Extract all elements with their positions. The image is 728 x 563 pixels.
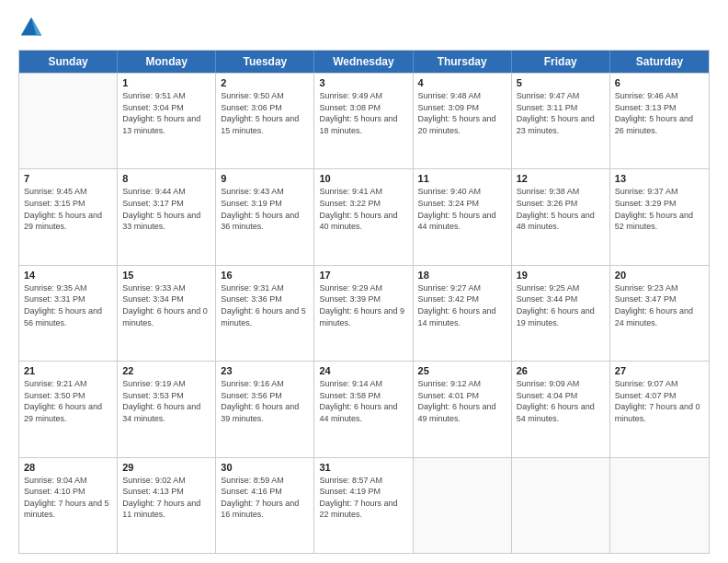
day-info: Sunrise: 9:50 AM Sunset: 3:06 PM Dayligh… [221,90,309,136]
cal-cell: 22 Sunrise: 9:19 AM Sunset: 3:53 PM Dayl… [118,362,216,456]
cal-cell: 26 Sunrise: 9:09 AM Sunset: 4:04 PM Dayl… [512,362,610,456]
cal-week-3: 14 Sunrise: 9:35 AM Sunset: 3:31 PM Dayl… [19,265,709,361]
cal-cell: 29 Sunrise: 9:02 AM Sunset: 4:13 PM Dayl… [118,458,216,553]
day-number: 6 [615,77,704,88]
cal-cell: 1 Sunrise: 9:51 AM Sunset: 3:04 PM Dayli… [118,74,216,168]
cal-cell: 9 Sunrise: 9:43 AM Sunset: 3:19 PM Dayli… [216,169,314,264]
cal-cell: 28 Sunrise: 9:04 AM Sunset: 4:10 PM Dayl… [19,458,118,553]
cal-cell: 8 Sunrise: 9:44 AM Sunset: 3:17 PM Dayli… [118,169,216,264]
calendar: SundayMondayTuesdayWednesdayThursdayFrid… [18,50,710,554]
day-number: 19 [517,270,605,281]
cal-cell: 21 Sunrise: 9:21 AM Sunset: 3:50 PM Dayl… [19,362,118,456]
day-info: Sunrise: 9:31 AM Sunset: 3:36 PM Dayligh… [221,282,309,328]
day-number: 27 [615,365,704,376]
cal-cell: 7 Sunrise: 9:45 AM Sunset: 3:15 PM Dayli… [19,169,118,264]
day-info: Sunrise: 9:51 AM Sunset: 3:04 PM Dayligh… [122,90,210,136]
day-number: 16 [221,270,309,281]
cal-cell: 18 Sunrise: 9:27 AM Sunset: 3:42 PM Dayl… [414,266,512,361]
logo-icon [18,15,44,40]
cal-header-friday: Friday [512,51,610,73]
day-info: Sunrise: 9:46 AM Sunset: 3:13 PM Dayligh… [615,90,704,136]
day-number: 12 [517,173,605,184]
day-number: 2 [221,77,309,88]
cal-cell: 19 Sunrise: 9:25 AM Sunset: 3:44 PM Dayl… [512,266,610,361]
day-number: 14 [24,270,112,281]
day-number: 5 [517,77,605,88]
day-number: 31 [319,462,407,473]
cal-cell: 2 Sunrise: 9:50 AM Sunset: 3:06 PM Dayli… [216,74,314,168]
cal-header-thursday: Thursday [414,51,512,73]
cal-cell: 27 Sunrise: 9:07 AM Sunset: 4:07 PM Dayl… [610,362,709,456]
cal-cell: 25 Sunrise: 9:12 AM Sunset: 4:01 PM Dayl… [414,362,512,456]
day-info: Sunrise: 9:25 AM Sunset: 3:44 PM Dayligh… [517,282,605,328]
day-info: Sunrise: 9:12 AM Sunset: 4:01 PM Dayligh… [418,378,506,424]
day-number: 4 [418,77,506,88]
cal-week-5: 28 Sunrise: 9:04 AM Sunset: 4:10 PM Dayl… [19,457,709,553]
day-number: 26 [517,365,605,376]
day-info: Sunrise: 9:35 AM Sunset: 3:31 PM Dayligh… [24,282,112,328]
cal-header-tuesday: Tuesday [216,51,314,73]
day-info: Sunrise: 9:23 AM Sunset: 3:47 PM Dayligh… [615,282,704,328]
day-number: 21 [24,365,112,376]
cal-cell [512,458,610,553]
day-number: 30 [221,462,309,473]
calendar-header-row: SundayMondayTuesdayWednesdayThursdayFrid… [19,51,709,73]
day-info: Sunrise: 9:27 AM Sunset: 3:42 PM Dayligh… [418,282,506,328]
day-number: 15 [122,270,210,281]
day-number: 20 [615,270,704,281]
day-info: Sunrise: 9:49 AM Sunset: 3:08 PM Dayligh… [319,90,407,136]
day-number: 22 [122,365,210,376]
day-info: Sunrise: 9:21 AM Sunset: 3:50 PM Dayligh… [24,378,112,424]
cal-cell: 16 Sunrise: 9:31 AM Sunset: 3:36 PM Dayl… [216,266,314,361]
day-number: 13 [615,173,704,184]
cal-cell: 30 Sunrise: 8:59 AM Sunset: 4:16 PM Dayl… [216,458,314,553]
cal-header-sunday: Sunday [19,51,118,73]
day-info: Sunrise: 9:04 AM Sunset: 4:10 PM Dayligh… [24,475,112,521]
cal-cell: 15 Sunrise: 9:33 AM Sunset: 3:34 PM Dayl… [118,266,216,361]
day-info: Sunrise: 9:29 AM Sunset: 3:39 PM Dayligh… [319,282,407,328]
day-number: 11 [418,173,506,184]
cal-cell: 23 Sunrise: 9:16 AM Sunset: 3:56 PM Dayl… [216,362,314,456]
day-info: Sunrise: 9:14 AM Sunset: 3:58 PM Dayligh… [319,378,407,424]
cal-cell [19,74,118,168]
day-number: 8 [122,173,210,184]
page: SundayMondayTuesdayWednesdayThursdayFrid… [0,0,728,563]
cal-cell: 31 Sunrise: 8:57 AM Sunset: 4:19 PM Dayl… [314,458,413,553]
day-number: 23 [221,365,309,376]
cal-cell [414,458,512,553]
cal-cell: 4 Sunrise: 9:48 AM Sunset: 3:09 PM Dayli… [414,74,512,168]
day-info: Sunrise: 9:41 AM Sunset: 3:22 PM Dayligh… [319,186,407,232]
day-info: Sunrise: 9:43 AM Sunset: 3:19 PM Dayligh… [221,186,309,232]
logo [18,15,48,40]
day-number: 18 [418,270,506,281]
day-number: 9 [221,173,309,184]
cal-header-monday: Monday [118,51,216,73]
day-info: Sunrise: 8:57 AM Sunset: 4:19 PM Dayligh… [319,475,407,521]
cal-week-4: 21 Sunrise: 9:21 AM Sunset: 3:50 PM Dayl… [19,361,709,456]
day-info: Sunrise: 9:16 AM Sunset: 3:56 PM Dayligh… [221,378,309,424]
header [18,15,710,40]
day-info: Sunrise: 9:09 AM Sunset: 4:04 PM Dayligh… [517,378,605,424]
calendar-body: 1 Sunrise: 9:51 AM Sunset: 3:04 PM Dayli… [19,73,709,553]
cal-cell [610,458,709,553]
day-number: 25 [418,365,506,376]
cal-cell: 11 Sunrise: 9:40 AM Sunset: 3:24 PM Dayl… [414,169,512,264]
cal-cell: 5 Sunrise: 9:47 AM Sunset: 3:11 PM Dayli… [512,74,610,168]
cal-cell: 10 Sunrise: 9:41 AM Sunset: 3:22 PM Dayl… [314,169,413,264]
cal-cell: 14 Sunrise: 9:35 AM Sunset: 3:31 PM Dayl… [19,266,118,361]
day-number: 28 [24,462,112,473]
day-info: Sunrise: 9:33 AM Sunset: 3:34 PM Dayligh… [122,282,210,328]
day-info: Sunrise: 9:47 AM Sunset: 3:11 PM Dayligh… [517,90,605,136]
cal-cell: 24 Sunrise: 9:14 AM Sunset: 3:58 PM Dayl… [314,362,413,456]
cal-cell: 20 Sunrise: 9:23 AM Sunset: 3:47 PM Dayl… [610,266,709,361]
day-number: 7 [24,173,112,184]
cal-week-2: 7 Sunrise: 9:45 AM Sunset: 3:15 PM Dayli… [19,168,709,264]
day-info: Sunrise: 9:02 AM Sunset: 4:13 PM Dayligh… [122,475,210,521]
cal-cell: 17 Sunrise: 9:29 AM Sunset: 3:39 PM Dayl… [314,266,413,361]
day-number: 24 [319,365,407,376]
cal-cell: 12 Sunrise: 9:38 AM Sunset: 3:26 PM Dayl… [512,169,610,264]
day-info: Sunrise: 9:07 AM Sunset: 4:07 PM Dayligh… [615,378,704,424]
cal-cell: 13 Sunrise: 9:37 AM Sunset: 3:29 PM Dayl… [610,169,709,264]
day-info: Sunrise: 9:38 AM Sunset: 3:26 PM Dayligh… [517,186,605,232]
day-info: Sunrise: 9:48 AM Sunset: 3:09 PM Dayligh… [418,90,506,136]
